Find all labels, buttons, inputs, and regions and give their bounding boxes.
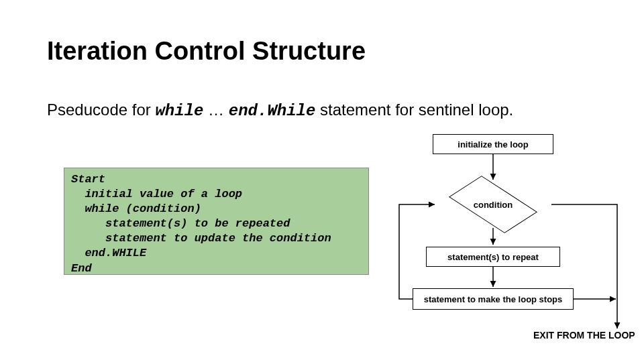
- keyword-endwhile: end.While: [229, 102, 316, 120]
- subtitle-post: statement for sentinel loop.: [315, 101, 513, 119]
- slide: Iteration Control Structure Pseducode fo…: [0, 0, 644, 362]
- flow-condition-label: condition: [436, 181, 550, 228]
- subtitle: Pseducode for while … end.While statemen…: [47, 101, 513, 120]
- subtitle-mid: …: [203, 101, 228, 119]
- keyword-while: while: [155, 102, 203, 120]
- pseudocode-block: Start initial value of a loop while (con…: [64, 168, 369, 275]
- flow-exit-label: EXIT FROM THE LOOP: [533, 330, 635, 341]
- page-title: Iteration Control Structure: [47, 37, 366, 66]
- flow-stop-box: statement to make the loop stops: [413, 288, 574, 310]
- flow-init-box: initialize the loop: [433, 134, 553, 154]
- flow-condition-diamond: condition: [436, 181, 550, 228]
- subtitle-pre: Pseducode for: [47, 101, 155, 119]
- flowchart: initialize the loop condition statement(…: [389, 134, 644, 362]
- flow-repeat-box: statement(s) to repeat: [426, 247, 560, 267]
